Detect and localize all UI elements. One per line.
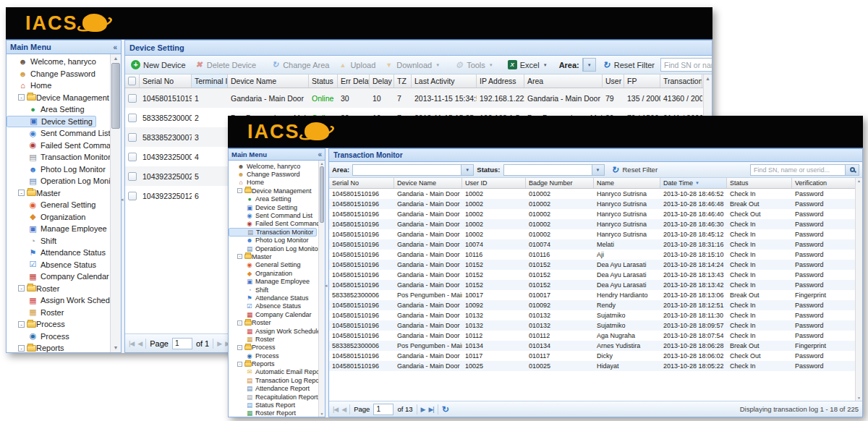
sidebar-item-shift[interactable]: ◔Shift xyxy=(229,286,271,294)
scroll-down-icon[interactable]: ▼ xyxy=(857,395,861,401)
sidebar-item-change-password[interactable]: ☻Change Password xyxy=(7,68,98,80)
area-combobox[interactable] xyxy=(582,58,596,72)
scrollbar-thumb[interactable] xyxy=(111,63,119,129)
next-page-button[interactable] xyxy=(421,406,425,413)
scrollbar-thumb[interactable] xyxy=(320,166,324,223)
refresh-icon[interactable] xyxy=(442,404,449,414)
scroll-up-icon[interactable]: ▲ xyxy=(114,54,119,63)
table-row[interactable]: 1045801510196Gandaria - Main Door1011601… xyxy=(329,250,862,260)
sidebar-item-company-calendar[interactable]: ▦Company Calendar xyxy=(229,310,315,318)
sidebar-item-assign-work-schedule[interactable]: ▦Assign Work Schedule xyxy=(7,294,121,307)
sidebar-item-attendance-status[interactable]: ⚑Attendance Status xyxy=(7,247,109,259)
column-header-status[interactable]: Status xyxy=(309,75,338,88)
search-icon[interactable] xyxy=(845,165,859,175)
chevron-down-icon[interactable] xyxy=(592,165,604,175)
previous-page-button[interactable] xyxy=(137,340,142,347)
page-number-input[interactable] xyxy=(373,404,393,415)
sidebar-item-sent-command-list[interactable]: ◉Sent Command List xyxy=(229,211,315,219)
first-page-button[interactable] xyxy=(129,340,134,347)
sidebar-item-process[interactable]: ◉Process xyxy=(229,352,282,360)
tools-button[interactable]: Tools▼ xyxy=(451,59,496,71)
sidebar-item-transaction-log-report[interactable]: ▤Transaction Log Report xyxy=(229,376,325,384)
table-row[interactable]: 5833852300006Pos Pengumben - Main D...10… xyxy=(329,341,862,351)
sidebar-item-company-calendar[interactable]: ▦Company Calendar xyxy=(7,271,112,283)
table-row[interactable]: 1045801510196Gandaria - Main Door1009201… xyxy=(329,300,862,310)
table-row[interactable]: 1045801510196Gandaria - Main Door1013201… xyxy=(329,310,862,320)
column-header-err-delay[interactable]: Err Delay xyxy=(338,75,370,88)
scroll-up-icon[interactable]: ▲ xyxy=(857,178,861,184)
sidebar-item-absence-status[interactable]: ☑Absence Status xyxy=(7,259,99,271)
table-row[interactable]: 1045801510196Gandaria - Main Door1011701… xyxy=(329,351,862,361)
sidebar-item-sent-command-list[interactable]: ◉Sent Command List xyxy=(7,127,114,140)
row-checkbox[interactable] xyxy=(128,153,137,161)
sidebar-item-absence-status[interactable]: ☑Absence Status xyxy=(229,302,304,310)
column-header-name[interactable]: Name xyxy=(594,178,660,188)
column-header-tz[interactable]: TZ xyxy=(394,75,412,88)
table-row[interactable]: 5833852300006Pos Pengumben - Main D...10… xyxy=(329,290,862,300)
sidebar-item-roster[interactable]: -Roster xyxy=(7,283,62,295)
sidebar-item-shift[interactable]: ◔Shift xyxy=(7,235,59,247)
sidebar-scrollbar[interactable]: ▲▼ xyxy=(110,54,121,352)
sidebar-item-status-report[interactable]: ▤Status Report xyxy=(229,401,298,409)
collapse-sidebar-icon[interactable]: « xyxy=(113,43,117,51)
sidebar-item-attendance-status[interactable]: ⚑Attendance Status xyxy=(229,294,312,302)
table-row[interactable]: 1045801510196Gandaria - Main Door1013201… xyxy=(329,320,862,331)
first-page-button[interactable] xyxy=(333,406,338,413)
sidebar-item-master[interactable]: -Master xyxy=(229,252,275,260)
delete-device-button[interactable]: Delete Device xyxy=(192,59,259,71)
sidebar-item-change-password[interactable]: ☻Change Password xyxy=(229,170,303,178)
table-row[interactable]: 1045801510196Gandaria - Main Door1002501… xyxy=(329,361,862,371)
row-select-cell[interactable] xyxy=(125,147,140,166)
column-header-ip-address[interactable]: IP Address xyxy=(477,75,524,88)
scroll-up-icon[interactable]: ▲ xyxy=(705,75,710,83)
collapse-toggle-icon[interactable]: - xyxy=(18,190,25,196)
row-select-cell[interactable] xyxy=(125,127,140,147)
table-row[interactable]: 1045801510196Gandaria - Main Door1015201… xyxy=(329,260,862,270)
sidebar-item-area-setting[interactable]: ●Area Setting xyxy=(229,195,294,203)
panel-splitter[interactable] xyxy=(122,40,124,353)
table-row[interactable]: 1045801510196Gandaria - Main Door1000201… xyxy=(329,219,862,229)
reset-filter-button[interactable]: Reset Filter xyxy=(599,59,658,71)
column-header-delay[interactable]: Delay xyxy=(370,75,394,88)
sidebar-item-manage-employee[interactable]: ▣Manage Employee xyxy=(229,277,312,285)
column-header-transaction[interactable]: Transaction xyxy=(660,75,702,88)
grid-scrollbar[interactable]: ▲▼ xyxy=(855,178,862,401)
table-row[interactable]: 10458015101961Gandaria - Main DoorOnline… xyxy=(125,88,712,108)
table-row[interactable]: 1045801510196Gandaria - Main Door1011201… xyxy=(329,331,862,341)
row-checkbox[interactable] xyxy=(128,172,137,181)
collapse-toggle-icon[interactable]: - xyxy=(237,345,242,350)
area-combobox[interactable] xyxy=(352,164,474,176)
sidebar-item-roster[interactable]: ▦Roster xyxy=(7,307,67,319)
sidebar-item-process[interactable]: -Process xyxy=(7,318,68,331)
sidebar-item-welcome-hanryco[interactable]: ☻Welcome, hanryco xyxy=(229,162,303,170)
collapse-toggle-icon[interactable]: - xyxy=(18,345,25,352)
collapse-toggle-icon[interactable]: - xyxy=(237,188,242,193)
sidebar-item-roster[interactable]: ▦Roster xyxy=(229,335,278,343)
table-row[interactable]: 1045801510196Gandaria - Main Door1000201… xyxy=(329,229,862,239)
excel-button[interactable]: Excel▼ xyxy=(505,59,550,71)
column-header-device-name[interactable]: Device Name xyxy=(228,75,309,88)
column-header-terminal-id[interactable]: Terminal ID▲ xyxy=(192,75,228,88)
row-checkbox[interactable] xyxy=(128,192,137,200)
sidebar-item-home[interactable]: ⌂Home xyxy=(7,80,54,92)
chevron-down-icon[interactable] xyxy=(461,165,473,175)
sidebar-item-photo-log-monitor[interactable]: ☻Photo Log Monitor xyxy=(229,237,312,244)
collapse-toggle-icon[interactable]: - xyxy=(237,362,242,367)
select-all-checkbox[interactable] xyxy=(128,77,136,85)
last-page-button[interactable] xyxy=(428,406,433,413)
new-device-button[interactable]: New Device xyxy=(128,59,189,71)
sidebar-item-failed-sent-command-list[interactable]: ◉Failed Sent Command List xyxy=(229,220,325,228)
panel-splitter[interactable] xyxy=(326,148,328,417)
sidebar-item-manage-employee[interactable]: ▣Manage Employee xyxy=(7,223,110,235)
sidebar-item-master[interactable]: -Master xyxy=(7,187,64,200)
reset-filter-button[interactable]: Reset Filter xyxy=(608,163,661,176)
collapse-toggle-icon[interactable]: - xyxy=(18,94,25,101)
column-header-user[interactable]: User xyxy=(603,75,624,88)
sidebar-item-automatic-email-report[interactable]: ✉Automatic Email Report xyxy=(229,368,325,376)
sidebar-item-device-setting[interactable]: ▣Device Setting xyxy=(229,203,300,211)
previous-page-button[interactable] xyxy=(341,406,346,413)
collapse-toggle-icon[interactable]: - xyxy=(18,285,25,292)
column-header-verification[interactable]: Verification xyxy=(792,178,856,188)
column-header-select-all[interactable] xyxy=(125,75,140,88)
collapse-toggle-icon[interactable]: - xyxy=(18,321,25,328)
